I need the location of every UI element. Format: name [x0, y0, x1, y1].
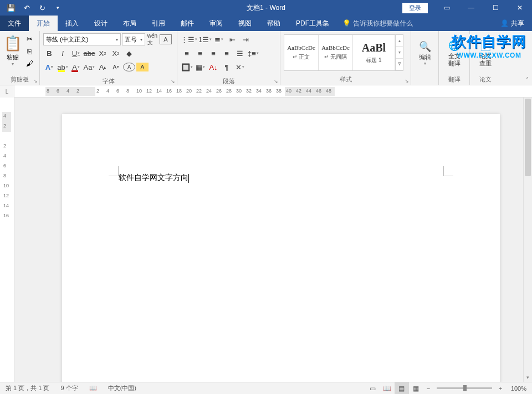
language-status[interactable]: 中文(中国) [103, 384, 142, 392]
asian-layout-icon[interactable]: ✕▾ [234, 61, 246, 73]
decrease-indent-icon[interactable]: ⇤ [226, 33, 238, 45]
clipboard-dialog-icon[interactable]: ↘ [33, 78, 38, 84]
tab-insert[interactable]: 插入 [58, 16, 86, 31]
paragraph-dialog-icon[interactable]: ↘ [274, 79, 278, 84]
collapse-ribbon-icon[interactable]: ˄ [526, 76, 529, 83]
tab-help[interactable]: 帮助 [259, 16, 288, 31]
page-count[interactable]: 第 1 页，共 1 页 [0, 384, 55, 392]
word-count[interactable]: 9 个字 [55, 384, 83, 392]
style-no-spacing[interactable]: AaBbCcDc ↵ 无间隔 [319, 35, 353, 70]
paste-dropdown-icon[interactable]: ▾ [12, 62, 14, 66]
styles-scroll-up-icon[interactable]: ▴ [396, 35, 403, 47]
show-marks-icon[interactable]: ¶ [221, 61, 233, 73]
web-layout-icon[interactable]: ▦ [409, 382, 423, 395]
tell-me-search[interactable]: 💡 告诉我你想要做什么 [337, 16, 418, 31]
increase-indent-icon[interactable]: ⇥ [239, 33, 252, 45]
copy-icon[interactable]: ⎘ [23, 45, 35, 57]
save-icon[interactable]: 💾 [4, 1, 18, 14]
underline-button[interactable]: U▾ [70, 47, 82, 59]
undo-icon[interactable]: ↶ [20, 1, 33, 14]
tab-file[interactable]: 文件 [0, 16, 29, 31]
zoom-slider-thumb[interactable] [463, 385, 467, 391]
thesis-check-button[interactable]: 📄 论文 查重 [475, 38, 496, 68]
tab-home[interactable]: 开始 [29, 16, 58, 31]
ribbon-options-icon[interactable]: ▭ [434, 0, 459, 16]
tab-layout[interactable]: 布局 [115, 16, 144, 31]
zoom-level[interactable]: 100% [505, 385, 532, 392]
qat-customize-icon[interactable]: ▾ [51, 1, 64, 14]
document-canvas[interactable]: 软件自学网文字方向 [14, 98, 523, 382]
paste-label[interactable]: 粘贴 [7, 53, 19, 62]
format-painter-icon[interactable]: 🖌 [23, 58, 35, 69]
maximize-icon[interactable]: ☐ [483, 0, 508, 16]
zoom-out-button[interactable]: − [423, 385, 433, 392]
clear-formatting-icon[interactable]: ◆ [123, 47, 135, 59]
character-border-icon[interactable]: A [160, 34, 172, 44]
highlight-icon[interactable]: ab▾ [57, 61, 69, 73]
phonetic-guide-icon[interactable]: wén文 [146, 33, 158, 45]
enclose-characters-icon[interactable]: A [123, 63, 135, 71]
shrink-font-icon[interactable]: A▾ [110, 61, 122, 73]
grow-font-icon[interactable]: A▴ [96, 61, 109, 73]
line-spacing-icon[interactable]: ‡≡▾ [247, 47, 259, 59]
paste-icon[interactable]: 📋 [4, 33, 21, 53]
zoom-in-button[interactable]: + [495, 385, 505, 392]
change-case-icon[interactable]: Aa▾ [83, 61, 95, 73]
text-effects-icon[interactable]: A▾ [43, 61, 55, 73]
close-icon[interactable]: ✕ [508, 0, 532, 16]
vertical-scrollbar[interactable]: ▾ [523, 98, 532, 382]
scroll-down-icon[interactable]: ▾ [524, 373, 532, 382]
share-button[interactable]: 👤 共享 [493, 16, 532, 31]
italic-button[interactable]: I [57, 47, 69, 59]
font-color-icon[interactable]: A▾ [70, 61, 82, 73]
redo-icon[interactable]: ↻ [35, 1, 49, 14]
tab-selector[interactable]: L [0, 85, 14, 98]
multilevel-list-icon[interactable]: ≣▾ [213, 33, 225, 45]
align-right-icon[interactable]: ≡ [207, 47, 219, 59]
align-center-icon[interactable]: ≡ [194, 47, 206, 59]
page[interactable]: 软件自学网文字方向 [62, 114, 500, 382]
cut-icon[interactable]: ✂ [23, 33, 35, 44]
spell-check-icon[interactable]: 📖 [84, 385, 103, 392]
justify-icon[interactable]: ≡ [221, 47, 233, 59]
style-normal[interactable]: AaBbCcDc ↵ 正文 [284, 35, 319, 70]
bullets-icon[interactable]: ⋮☰▾ [181, 33, 197, 45]
strikethrough-button[interactable]: abc [83, 47, 95, 59]
document-text[interactable]: 软件自学网文字方向 [119, 173, 189, 183]
character-shading-icon[interactable]: A [136, 63, 149, 71]
tab-view[interactable]: 视图 [231, 16, 259, 31]
style-heading-1[interactable]: AaBl 标题 1 [353, 35, 395, 70]
editing-button[interactable]: 🔍 编辑 ▾ [415, 39, 436, 67]
group-styles-label: 样式↘ [280, 75, 411, 85]
bold-button[interactable]: B [43, 47, 55, 59]
scrollbar-thumb[interactable] [525, 99, 531, 176]
zoom-slider[interactable] [437, 387, 492, 389]
distributed-icon[interactable]: ☰ [234, 47, 246, 59]
tab-mailings[interactable]: 邮件 [173, 16, 202, 31]
styles-scroll-down-icon[interactable]: ▾ [396, 47, 403, 58]
tab-design[interactable]: 设计 [86, 16, 115, 31]
styles-dialog-icon[interactable]: ↘ [405, 78, 409, 84]
focus-mode-icon[interactable]: ▭ [366, 382, 380, 395]
login-button[interactable]: 登录 [402, 3, 428, 13]
shading-icon[interactable]: 🔲▾ [181, 61, 193, 73]
tab-review[interactable]: 审阅 [202, 16, 231, 31]
tab-references[interactable]: 引用 [144, 16, 173, 31]
vertical-ruler[interactable]: 42246810121416 [0, 98, 14, 382]
subscript-button[interactable]: X2 [96, 47, 109, 59]
numbering-icon[interactable]: 1☰▾ [198, 33, 212, 45]
superscript-button[interactable]: X2 [110, 47, 122, 59]
borders-icon[interactable]: ▦▾ [194, 61, 206, 73]
font-dialog-icon[interactable]: ↘ [171, 79, 175, 84]
translate-button[interactable]: 🌐 全文 翻译 [444, 38, 465, 68]
styles-more-icon[interactable]: ⊽ [396, 59, 403, 70]
align-left-icon[interactable]: ≡ [181, 47, 193, 59]
minimize-icon[interactable]: — [459, 0, 483, 16]
print-layout-icon[interactable]: ▤ [395, 382, 409, 395]
horizontal-ruler[interactable]: 8642246810121416182022242628303234363840… [14, 85, 532, 97]
tab-pdf-tools[interactable]: PDF工具集 [288, 16, 337, 31]
font-name-combo[interactable]: 等线 (中文正文)▾ [43, 33, 121, 45]
font-size-combo[interactable]: 五号▾ [122, 33, 145, 45]
read-mode-icon[interactable]: 📖 [380, 382, 395, 395]
sort-icon[interactable]: A↓ [207, 61, 219, 73]
